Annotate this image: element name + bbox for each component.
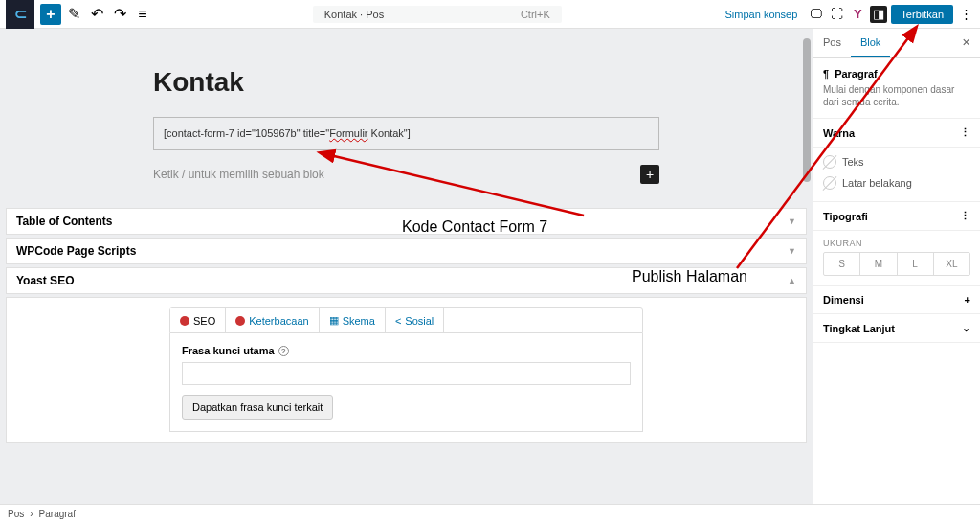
yoast-tab-seo[interactable]: SEO [170, 308, 226, 332]
breadcrumb: Pos › Paragraf [0, 504, 980, 523]
help-icon[interactable]: ? [278, 346, 289, 356]
caret-up-icon: ▲ [788, 276, 796, 285]
shortcode-block[interactable]: [contact-form-7 id="105967b" title="Form… [153, 117, 659, 150]
readability-status-icon [235, 316, 245, 326]
settings-sidebar: Pos Blok ✕ ¶ Paragraf Mulai dengan kompo… [813, 29, 980, 504]
scrollbar[interactable] [803, 38, 811, 182]
yoast-content: Frasa kunci utama ? Dapatkan frasa kunci… [169, 333, 643, 432]
breadcrumb-current[interactable]: Paragraf [39, 509, 76, 519]
kebab-icon[interactable]: ⋮ [960, 210, 970, 222]
focus-keyword-label: Frasa kunci utama ? [182, 345, 631, 356]
size-label: UKURAN [823, 239, 970, 248]
size-xl[interactable]: XL [934, 253, 969, 275]
panel-table-of-contents[interactable]: Table of Contents ▼ [6, 208, 807, 235]
caret-down-icon: ▼ [788, 216, 796, 226]
advanced-section-header[interactable]: Tingkat Lanjut ⌄ [813, 314, 980, 343]
sidebar-close-icon[interactable]: ✕ [952, 29, 980, 57]
related-keywords-button[interactable]: Dapatkan frasa kunci terkait [182, 395, 333, 420]
document-title-box[interactable]: Kontak · Pos Ctrl+K [313, 6, 562, 23]
typography-section-header[interactable]: Tipografi ⋮ [813, 202, 980, 231]
share-icon: < [395, 315, 401, 327]
panel-yoast[interactable]: Yoast SEO ▲ [6, 267, 807, 294]
breadcrumb-root[interactable]: Pos [8, 509, 24, 519]
redo-icon[interactable]: ↷ [109, 4, 130, 25]
size-s[interactable]: S [824, 253, 860, 275]
shortcode-underlined: Formulir [329, 127, 368, 139]
typography-options: UKURAN S M L XL [813, 231, 980, 286]
shortcode-pre: [contact-form-7 id="105967b" title=" [164, 127, 329, 139]
block-name-heading: ¶ Paragraf [823, 68, 970, 80]
edit-mode-icon[interactable]: ✎ [63, 4, 84, 25]
add-block-toggle[interactable]: + [40, 4, 61, 25]
inline-add-block-button[interactable]: + [640, 165, 659, 184]
publish-button[interactable]: Terbitkan [891, 5, 953, 24]
top-toolbar: ⊂ + ✎ ↶ ↷ ≡ Kontak · Pos Ctrl+K Simpan k… [0, 0, 980, 29]
color-text-option[interactable]: Teks [823, 151, 970, 172]
outline-icon[interactable]: ≡ [132, 4, 153, 25]
undo-icon[interactable]: ↶ [86, 4, 107, 25]
editor-area: Kontak [contact-form-7 id="105967b" titl… [0, 29, 813, 504]
tab-block[interactable]: Blok [851, 29, 890, 57]
more-options-icon[interactable]: ⋮ [957, 6, 974, 23]
tab-post[interactable]: Pos [813, 29, 851, 57]
size-l[interactable]: L [898, 253, 934, 275]
yoast-tab-schema[interactable]: ▦Skema [320, 308, 386, 332]
toolbar-left: + ✎ ↶ ↷ ≡ [40, 4, 155, 25]
panel-yoast-label: Yoast SEO [16, 274, 74, 287]
caret-down-icon: ▼ [788, 246, 796, 256]
placeholder-text: Ketik / untuk memilih sebuah blok [153, 168, 324, 181]
color-swatch-icon [823, 155, 836, 169]
breadcrumb-separator: › [30, 509, 33, 519]
size-button-group: S M L XL [823, 252, 970, 276]
sidebar-tabs: Pos Blok ✕ [813, 29, 980, 58]
chevron-down-icon: ⌄ [962, 322, 970, 334]
schema-icon: ▦ [329, 314, 339, 327]
desktop-preview-icon[interactable]: 🖵 [807, 6, 824, 23]
command-shortcut: Ctrl+K [521, 9, 550, 20]
size-m[interactable]: M [860, 253, 897, 275]
yoast-tab-readability[interactable]: Keterbacaan [226, 308, 319, 332]
color-options: Teks Latar belakang [813, 148, 980, 202]
dimensions-section-header[interactable]: Dimensi + [813, 286, 980, 314]
color-bg-option[interactable]: Latar belakang [823, 172, 970, 193]
plus-icon[interactable]: + [965, 294, 970, 306]
yoast-body: SEO Keterbacaan ▦Skema <Sosial Frasa kun… [6, 297, 807, 443]
save-draft-link[interactable]: Simpan konsep [720, 9, 804, 20]
panel-toc-label: Table of Contents [16, 215, 112, 228]
fullscreen-icon[interactable]: ⛶ [828, 6, 845, 23]
content-canvas: Kontak [contact-form-7 id="105967b" titl… [57, 57, 755, 198]
yoast-tabs: SEO Keterbacaan ▦Skema <Sosial [169, 307, 643, 333]
block-description: Mulai dengan komponen dasar dari semua c… [823, 83, 970, 108]
paragraph-icon: ¶ [823, 68, 829, 80]
panel-wpcode-label: WPCode Page Scripts [16, 244, 136, 258]
yoast-tab-social[interactable]: <Sosial [386, 308, 444, 332]
post-title[interactable]: Kontak [153, 67, 755, 98]
yoast-icon[interactable]: Y [849, 6, 866, 23]
block-info-section: ¶ Paragraf Mulai dengan komponen dasar d… [813, 58, 980, 119]
shortcode-post: Kontak"] [368, 127, 411, 139]
toolbar-right: Simpan konsep 🖵 ⛶ Y ◨ Terbitkan ⋮ [720, 5, 974, 24]
panel-wpcode[interactable]: WPCode Page Scripts ▼ [6, 238, 807, 264]
document-title: Kontak · Pos [324, 9, 384, 20]
sidebar-toggle-icon[interactable]: ◨ [870, 6, 887, 23]
toolbar-center: Kontak · Pos Ctrl+K [155, 6, 720, 23]
app-logo[interactable]: ⊂ [6, 0, 34, 29]
color-section-header[interactable]: Warna ⋮ [813, 119, 980, 148]
kebab-icon[interactable]: ⋮ [960, 126, 970, 139]
seo-status-icon [180, 316, 189, 326]
main-layout: Kontak [contact-form-7 id="105967b" titl… [0, 29, 980, 504]
focus-keyword-input[interactable] [182, 362, 631, 385]
block-placeholder[interactable]: Ketik / untuk memilih sebuah blok + [153, 165, 659, 184]
color-swatch-icon [823, 176, 836, 190]
